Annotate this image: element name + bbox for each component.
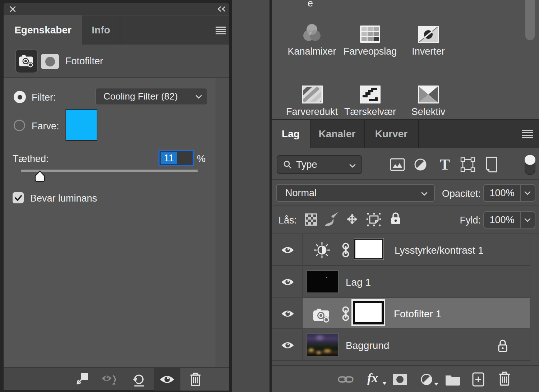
layer-name[interactable]: Lag 1: [346, 277, 371, 288]
background-layer-thumbnail[interactable]: [307, 333, 339, 356]
collapse-panel-icon[interactable]: [216, 6, 227, 12]
lock-transparency-icon[interactable]: [305, 213, 317, 226]
posterize-icon[interactable]: [302, 86, 323, 103]
threshold-icon[interactable]: [360, 86, 381, 103]
blend-mode-value: Normal: [285, 188, 317, 199]
luminance-label: Bevar luminans: [30, 193, 97, 204]
selective-color-icon[interactable]: [418, 86, 439, 103]
filter-label: Filter:: [32, 92, 56, 103]
background-lock-icon[interactable]: [497, 338, 508, 353]
clip-to-layer-icon[interactable]: [75, 373, 89, 386]
adjustment-item-label[interactable]: Selektiv: [392, 106, 464, 117]
layer-filter-toggle[interactable]: [523, 154, 537, 176]
density-slider-thumb[interactable]: [34, 170, 46, 183]
layer-name[interactable]: Baggrund: [346, 340, 389, 351]
layer-mask-thumbnail-selected[interactable]: [353, 301, 384, 324]
properties-panel: Egenskaber Info Fotofilter: [4, 3, 229, 390]
fill-field[interactable]: 100%: [483, 211, 535, 229]
delete-icon[interactable]: [189, 372, 202, 387]
new-layer-icon[interactable]: [471, 372, 485, 387]
lock-position-icon[interactable]: [344, 211, 360, 227]
tab-info[interactable]: Info: [82, 15, 120, 45]
visibility-eye-icon[interactable]: [281, 245, 294, 255]
mask-circle-icon: [45, 57, 55, 66]
camera-icon: [313, 308, 331, 323]
luminance-checkbox[interactable]: [13, 192, 24, 203]
lock-pixels-icon[interactable]: [323, 211, 340, 227]
tab-lag[interactable]: Lag: [272, 120, 310, 148]
layer-mask-thumbnail[interactable]: [354, 239, 383, 259]
filter-adjustment-layers-icon[interactable]: [413, 157, 428, 172]
layer-row-baggrund[interactable]: Baggrund: [272, 330, 530, 361]
layer-name[interactable]: Fotofilter 1: [394, 308, 441, 320]
scrollbar-thumb[interactable]: [525, 0, 535, 40]
layer-name[interactable]: Lysstyrke/kontrast 1: [395, 245, 484, 256]
new-adjustment-layer-icon[interactable]: [420, 373, 433, 386]
color-lookup-icon[interactable]: [360, 25, 381, 43]
adjustment-item-label[interactable]: Inverter: [392, 46, 464, 57]
visibility-eye-icon[interactable]: [281, 277, 294, 287]
density-input-selection: 11: [161, 152, 177, 164]
fx-caret-icon: [382, 382, 387, 385]
filter-pixel-layers-icon[interactable]: [390, 158, 405, 171]
search-icon: [283, 160, 292, 169]
lock-label: Lås:: [278, 215, 297, 226]
tab-egenskaber[interactable]: Egenskaber: [4, 15, 82, 45]
fill-label: Fyld:: [445, 215, 481, 226]
tab-info-label: Info: [92, 24, 110, 36]
delete-layer-icon[interactable]: [498, 371, 511, 386]
close-icon[interactable]: [9, 6, 16, 13]
footer-right-segment: [180, 368, 229, 391]
add-mask-icon[interactable]: [392, 373, 407, 386]
tab-separator: [120, 15, 120, 45]
density-unit: %: [197, 153, 206, 165]
layer-row-lag1[interactable]: Lag 1: [272, 267, 530, 298]
opacity-field[interactable]: 100%: [483, 184, 535, 202]
mask-link-icon: [341, 306, 351, 321]
filter-smart-objects-icon[interactable]: [484, 157, 499, 172]
density-input[interactable]: 11: [158, 150, 194, 166]
density-label: Tæthed:: [13, 153, 49, 165]
density-slider-track[interactable]: [21, 170, 198, 172]
chevron-down-icon: [349, 164, 356, 168]
layer-thumbnail[interactable]: [307, 270, 339, 293]
layer-style-icon[interactable]: fx: [367, 370, 378, 386]
reset-icon[interactable]: [132, 372, 146, 387]
layer-row-lysstyrke[interactable]: Lysstyrke/kontrast 1: [272, 234, 530, 266]
blend-mode-select[interactable]: Normal: [276, 184, 435, 202]
invert-icon[interactable]: [418, 26, 439, 43]
layer-filter-select[interactable]: Type: [277, 155, 362, 174]
visibility-eye-icon[interactable]: [281, 309, 294, 318]
mask-icon-button[interactable]: [41, 54, 59, 69]
filter-shape-layers-icon[interactable]: [460, 157, 476, 172]
eye-icon: [160, 374, 175, 385]
chevron-down-icon[interactable]: [524, 218, 531, 222]
visibility-eye-icon[interactable]: [281, 341, 294, 350]
tab-kurver[interactable]: Kurver: [364, 120, 418, 148]
color-swatch[interactable]: [66, 109, 97, 140]
channel-mixer-icon[interactable]: [302, 23, 322, 44]
toggle-visibility-button[interactable]: [154, 368, 180, 391]
lock-artboard-icon[interactable]: [366, 212, 382, 227]
filter-select[interactable]: Cooling Filter (82): [95, 88, 207, 105]
svg-text:T: T: [440, 157, 450, 172]
filter-select-value: Cooling Filter (82): [103, 91, 178, 102]
adjustment-caret-icon: [434, 383, 438, 386]
panel-titlebar: [4, 3, 229, 15]
camera-icon: [18, 54, 35, 68]
chevron-down-icon[interactable]: [524, 191, 531, 195]
previous-state-eye-icon[interactable]: [102, 374, 119, 386]
scrollbar-track[interactable]: [216, 78, 229, 367]
new-group-icon[interactable]: [445, 373, 461, 386]
filter-radio[interactable]: [14, 91, 26, 103]
panel-menu-icon[interactable]: [215, 26, 226, 35]
link-layers-icon[interactable]: [338, 375, 354, 384]
photo-filter-icon-button[interactable]: [16, 50, 37, 73]
filter-type-layers-icon[interactable]: T: [438, 157, 452, 172]
lock-all-icon[interactable]: [390, 211, 401, 226]
layers-scroll-gutter[interactable]: [530, 234, 539, 361]
tab-kanaler[interactable]: Kanaler: [310, 120, 364, 148]
color-radio[interactable]: [14, 120, 25, 131]
panel-menu-icon[interactable]: [521, 129, 534, 139]
layer-row-fotofilter[interactable]: Fotofilter 1: [272, 298, 530, 329]
